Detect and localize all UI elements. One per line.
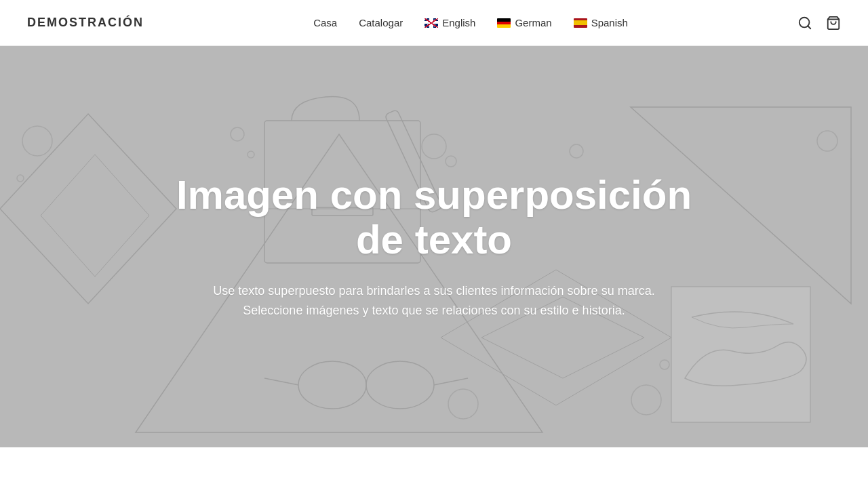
nav-casa[interactable]: Casa xyxy=(313,17,337,28)
flag-german-icon xyxy=(497,18,511,28)
lang-german[interactable]: German xyxy=(497,17,551,28)
below-hero-section xyxy=(0,447,868,488)
main-nav: Casa Catalogar English German Spanish xyxy=(313,17,628,28)
svg-line-1 xyxy=(808,26,810,28)
nav-catalogar[interactable]: Catalogar xyxy=(359,17,403,28)
lang-english-label: English xyxy=(442,17,475,28)
search-icon xyxy=(797,16,812,30)
site-header: DEMOSTRACIÓN Casa Catalogar English Germ… xyxy=(0,0,868,46)
lang-german-label: German xyxy=(515,17,551,28)
cart-button[interactable] xyxy=(826,16,841,30)
search-button[interactable] xyxy=(797,16,812,30)
cart-icon xyxy=(826,16,841,30)
lang-spanish-label: Spanish xyxy=(591,17,628,28)
hero-section: Imagen con superposición de texto Use te… xyxy=(0,46,868,447)
brand-logo[interactable]: DEMOSTRACIÓN xyxy=(27,16,144,30)
hero-title: Imagen con superposición de texto xyxy=(156,173,712,262)
hero-content: Imagen con superposición de texto Use te… xyxy=(129,173,739,321)
hero-subtitle: Use texto superpuesto para brindarles a … xyxy=(190,281,678,321)
header-actions xyxy=(797,16,841,30)
flag-english-icon xyxy=(425,18,438,28)
lang-spanish[interactable]: Spanish xyxy=(574,17,628,28)
flag-spanish-icon xyxy=(574,18,587,28)
lang-english[interactable]: English xyxy=(425,17,475,28)
